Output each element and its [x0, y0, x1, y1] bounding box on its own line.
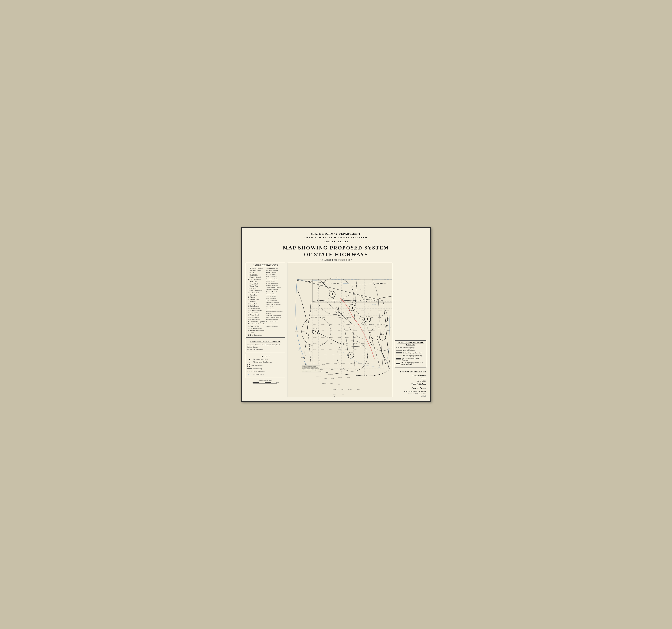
- svg-text:FRIO: FRIO: [338, 384, 340, 385]
- list-item: 14Dallas-Houston: [247, 305, 265, 307]
- commissioners-section: HIGHWAY COMMISSIONERS Durty Hamcock Chai…: [395, 371, 426, 392]
- svg-text:OLDHAM: OLDHAM: [314, 311, 317, 311]
- legend-title: LEGEND: [247, 355, 284, 357]
- legend-item-rivers: 〜 Rivers and Creeks: [247, 373, 284, 376]
- svg-text:DEAF SMITH: DEAF SMITH: [312, 317, 317, 318]
- combination-section: COMBINATION HIGHWAYS Henry Exall Memoria…: [246, 339, 285, 352]
- list-item: 20Austin-Houston: [247, 318, 265, 321]
- svg-text:BAYLOR: BAYLOR: [370, 317, 373, 318]
- svg-text:CULBERSON: CULBERSON: [301, 322, 305, 322]
- svg-text:12: 12: [334, 396, 335, 397]
- svg-text:WARD: WARD: [331, 369, 333, 370]
- drawn-by: Drawn July 1917, by Joe Shiller: [395, 393, 426, 394]
- legend-section: LEGEND ● Junctions or Intersections ○ Pr…: [246, 354, 285, 378]
- svg-text:MARTIN: MARTIN: [332, 355, 335, 356]
- page-container: STATE HIGHWAY DEPARTMENT OFFICE OF STATE…: [241, 227, 431, 402]
- svg-text:17: 17: [311, 350, 312, 352]
- svg-text:HOCKLEY: HOCKLEY: [321, 337, 325, 338]
- svg-text:KING: KING: [354, 337, 356, 338]
- scale-bar: 0 100: [246, 382, 285, 384]
- svg-text:ZAVALLA: ZAVALLA: [330, 383, 333, 384]
- svg-text:SWISHER: SWISHER: [321, 324, 325, 325]
- map-title: MAP SHOWING PROPOSED SYSTEM OF STATE HIG…: [246, 244, 426, 258]
- svg-text:Red River: Red River: [372, 304, 376, 305]
- svg-text:SCURRY: SCURRY: [338, 349, 340, 350]
- legend-item-junction: ● Junctions or Intersections: [247, 358, 284, 360]
- list-item: 1Texarkana, Dallas, Ft. Worth and El Pas…: [247, 267, 265, 272]
- key-item-3rd-class: 3rd Class Highways (Macadam): [396, 355, 425, 357]
- svg-text:WINKLER: WINKLER: [326, 363, 330, 364]
- svg-text:KINNEY: KINNEY: [325, 379, 327, 379]
- svg-text:CHILDRESS: CHILDRESS: [346, 324, 351, 325]
- 2nd-class-line-icon: [396, 358, 401, 360]
- svg-text:FOARD: FOARD: [362, 324, 364, 325]
- svg-text:9: 9: [329, 297, 329, 299]
- svg-text:RANDALL: RANDALL: [322, 317, 326, 318]
- svg-text:1: 1: [367, 317, 368, 321]
- svg-text:18: 18: [341, 318, 343, 319]
- svg-text:HEMPHILL: HEMPHILL: [346, 304, 351, 305]
- svg-text:HASKELL: HASKELL: [361, 343, 365, 344]
- list-item: 17Pecos Valley: [247, 312, 265, 314]
- key-section: KEY TO STATE HIGHWAY SYSTEM Proposed Hig…: [395, 340, 426, 367]
- map-area: 1 2 3 4 5 6 HARTLEY MOORE HUTCHINSON: [288, 263, 392, 397]
- list-item: 5North Texas: [247, 281, 265, 283]
- left-panel: NAMES OF HIGHWAYS 1Texarkana, Dallas, Ft…: [246, 263, 285, 397]
- svg-text:13: 13: [364, 284, 366, 286]
- 4th-class-line-icon: [396, 352, 402, 354]
- svg-text:18: 18: [360, 289, 361, 290]
- list-item: 10Ft.Worth-Brady-Pt.Stockton: [247, 292, 265, 296]
- key-item-approved: Approved Highways: [396, 349, 425, 351]
- svg-text:COCHRAN: COCHRAN: [313, 337, 316, 338]
- svg-text:BORDEN: BORDEN: [329, 349, 332, 350]
- names-title: NAMES OF HIGHWAYS: [247, 264, 284, 266]
- svg-text:COLLIN: COLLIN: [387, 330, 389, 331]
- svg-text:THROCKMORTON: THROCKMORTON: [368, 331, 375, 331]
- svg-text:4: 4: [382, 335, 383, 339]
- list-item: 19Paris-Houston: [247, 316, 265, 318]
- svg-text:9: 9: [356, 375, 357, 376]
- scale-label: Scale of Statute Miles: [246, 380, 285, 381]
- svg-text:ROBERTS: ROBERTS: [338, 304, 341, 305]
- names-section: NAMES OF HIGHWAYS 1Texarkana, Dallas, Ft…: [246, 263, 285, 338]
- svg-text:LUBBOCK: LUBBOCK: [329, 337, 333, 338]
- list-item: 21Gonzales-San Augustine: [247, 321, 265, 323]
- svg-text:6: 6: [382, 315, 383, 316]
- svg-text:MOTLEY: MOTLEY: [345, 331, 349, 331]
- svg-text:ZAPATA: ZAPATA: [333, 394, 336, 395]
- svg-text:BRISCOE: BRISCOE: [329, 324, 332, 325]
- svg-text:MOORE: MOORE: [322, 304, 325, 305]
- combination-title: COMBINATION HIGHWAYS: [247, 341, 284, 343]
- svg-text:TERRY: TERRY: [321, 343, 324, 344]
- svg-text:KNOX: KNOX: [362, 317, 364, 318]
- svg-text:BREWSTER: BREWSTER: [301, 357, 305, 358]
- list-item: 8East Texas: [247, 287, 265, 289]
- svg-text:HALE: HALE: [330, 331, 332, 331]
- list-item: 23Southwest Trail: [247, 325, 265, 328]
- svg-text:PRESIDIO: PRESIDIO: [300, 348, 304, 348]
- svg-text:CROSBY: CROSBY: [338, 337, 341, 338]
- svg-text:GRAY: GRAY: [338, 311, 340, 311]
- map-subtitle: AS ADOPTED JUNE 1917: [246, 259, 426, 261]
- svg-text:BEXAR: BEXAR: [347, 377, 350, 378]
- legend-item-state-boundary: State Boundary: [247, 368, 284, 370]
- svg-text:MIDLAND: MIDLAND: [341, 363, 345, 364]
- svg-text:WEBB: WEBB: [333, 389, 336, 390]
- signature-3: Thos. R. McLean: [395, 383, 426, 385]
- signature-chairman: Durty Hamcock: [395, 374, 426, 377]
- svg-text:DICKENS: DICKENS: [345, 337, 349, 338]
- list-item: 22Wichita Falls-Comanche: [247, 323, 265, 325]
- svg-text:JEFF DAVIS: JEFF DAVIS: [301, 331, 305, 332]
- svg-text:LOVING: LOVING: [322, 364, 325, 365]
- list-item: 16Ft.Worth-Oklahoma: [247, 310, 265, 312]
- junction-icon: ●: [247, 358, 252, 360]
- svg-text:JONES: JONES: [354, 349, 357, 350]
- key-item-4th-class: 4th Class Highways (Sand-Clay): [396, 352, 425, 354]
- svg-text:JACK: JACK: [378, 324, 379, 325]
- list-item: 18Albany-Stroud: [247, 314, 265, 316]
- highway-list: 1Texarkana, Dallas, Ft. Worth and El Pas…: [247, 267, 265, 336]
- list-item: 4Southern National: [247, 276, 265, 278]
- scale-section: Scale of Statute Miles 0 100: [246, 380, 285, 384]
- svg-text:CASTRO: CASTRO: [313, 324, 316, 325]
- svg-text:JIM HOGG: JIM HOGG: [348, 389, 352, 390]
